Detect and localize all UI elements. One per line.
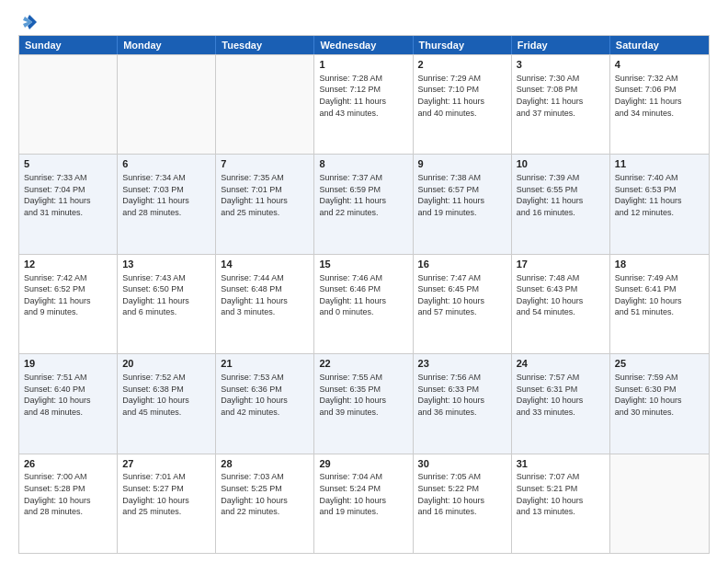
cell-text-line: and 36 minutes. [418, 407, 506, 419]
cell-text-line: Sunrise: 7:48 AM [517, 272, 605, 284]
cell-text-line: and 0 minutes. [319, 306, 407, 318]
cell-text-line: and 43 minutes. [319, 108, 407, 120]
cell-text-line: Daylight: 11 hours [319, 195, 407, 207]
cell-text-line: Sunrise: 7:49 AM [615, 272, 704, 284]
cell-text-line: Daylight: 11 hours [615, 96, 704, 108]
cell-text-line: and 45 minutes. [122, 407, 210, 419]
cell-text-line: and 19 minutes. [418, 207, 506, 219]
cell-text-line: Sunset: 5:22 PM [418, 483, 506, 495]
calendar-cell-1: 1Sunrise: 7:28 AMSunset: 7:12 PMDaylight… [314, 55, 413, 154]
cell-text-line: Daylight: 11 hours [517, 195, 605, 207]
day-number: 6 [122, 157, 210, 171]
day-number: 12 [24, 258, 112, 271]
day-number: 18 [615, 258, 704, 271]
calendar-cell-7: 7Sunrise: 7:35 AMSunset: 7:01 PMDaylight… [216, 155, 314, 253]
day-number: 4 [615, 58, 704, 72]
cell-text-line: Sunset: 6:59 PM [319, 184, 407, 196]
calendar-cell-empty [610, 454, 709, 553]
day-number: 13 [122, 258, 210, 271]
cell-text-line: Daylight: 11 hours [615, 195, 704, 207]
cell-text-line: Sunset: 6:52 PM [24, 283, 112, 295]
calendar-cell-empty [216, 55, 314, 154]
cell-text-line: Sunset: 6:57 PM [418, 184, 506, 196]
cell-text-line: and 19 minutes. [319, 506, 407, 518]
day-number: 5 [24, 157, 112, 171]
cell-text-line: Sunset: 6:33 PM [418, 384, 506, 396]
day-number: 20 [122, 357, 210, 371]
day-number: 17 [517, 258, 605, 271]
cell-text-line: and 16 minutes. [517, 207, 605, 219]
weekday-header-monday: Monday [118, 36, 216, 54]
day-number: 7 [221, 157, 309, 171]
cell-text-line: and 57 minutes. [418, 306, 506, 318]
cell-text-line: and 9 minutes. [24, 306, 112, 318]
day-number: 19 [24, 357, 112, 371]
calendar-cell-empty [118, 55, 216, 154]
cell-text-line: Sunrise: 7:51 AM [24, 372, 112, 384]
cell-text-line: Sunset: 7:01 PM [221, 184, 309, 196]
cell-text-line: Sunrise: 7:42 AM [24, 272, 112, 284]
calendar-cell-12: 12Sunrise: 7:42 AMSunset: 6:52 PMDayligh… [19, 255, 118, 353]
cell-text-line: and 16 minutes. [418, 506, 506, 518]
cell-text-line: Sunset: 6:46 PM [319, 283, 407, 295]
cell-text-line: Daylight: 10 hours [615, 395, 704, 407]
cell-text-line: and 3 minutes. [221, 306, 309, 318]
cell-text-line: Daylight: 11 hours [517, 96, 605, 108]
weekday-header-friday: Friday [512, 36, 610, 54]
calendar-cell-19: 19Sunrise: 7:51 AMSunset: 6:40 PMDayligh… [19, 354, 118, 453]
cell-text-line: Sunrise: 7:52 AM [122, 372, 210, 384]
calendar-row: 26Sunrise: 7:00 AMSunset: 5:28 PMDayligh… [19, 454, 709, 553]
cell-text-line: Sunset: 6:35 PM [319, 384, 407, 396]
calendar-cell-14: 14Sunrise: 7:44 AMSunset: 6:48 PMDayligh… [216, 255, 314, 353]
cell-text-line: Sunrise: 7:01 AM [122, 471, 210, 483]
calendar-cell-4: 4Sunrise: 7:32 AMSunset: 7:06 PMDaylight… [610, 55, 709, 154]
day-number: 26 [24, 457, 112, 471]
cell-text-line: Daylight: 11 hours [418, 96, 506, 108]
calendar-cell-17: 17Sunrise: 7:48 AMSunset: 6:43 PMDayligh… [512, 255, 610, 353]
day-number: 2 [418, 58, 506, 72]
calendar-cell-13: 13Sunrise: 7:43 AMSunset: 6:50 PMDayligh… [118, 255, 216, 353]
cell-text-line: and 54 minutes. [517, 306, 605, 318]
cell-text-line: Daylight: 11 hours [418, 195, 506, 207]
calendar-cell-9: 9Sunrise: 7:38 AMSunset: 6:57 PMDaylight… [414, 155, 512, 253]
cell-text-line: Sunrise: 7:59 AM [615, 372, 704, 384]
cell-text-line: Daylight: 10 hours [615, 295, 704, 307]
cell-text-line: Sunrise: 7:03 AM [221, 471, 309, 483]
cell-text-line: and 28 minutes. [24, 506, 112, 518]
cell-text-line: Sunrise: 7:38 AM [418, 172, 506, 184]
calendar-cell-26: 26Sunrise: 7:00 AMSunset: 5:28 PMDayligh… [19, 454, 118, 553]
day-number: 21 [221, 357, 309, 371]
cell-text-line: and 22 minutes. [319, 207, 407, 219]
cell-text-line: Daylight: 11 hours [24, 195, 112, 207]
cell-text-line: and 22 minutes. [221, 506, 309, 518]
calendar-cell-8: 8Sunrise: 7:37 AMSunset: 6:59 PMDaylight… [314, 155, 413, 253]
day-number: 10 [517, 157, 605, 171]
cell-text-line: Daylight: 10 hours [319, 495, 407, 507]
weekday-header-wednesday: Wednesday [314, 36, 413, 54]
cell-text-line: Daylight: 11 hours [122, 195, 210, 207]
calendar-cell-empty [19, 55, 118, 154]
cell-text-line: Sunrise: 7:07 AM [517, 471, 605, 483]
day-number: 29 [319, 457, 407, 471]
calendar-cell-15: 15Sunrise: 7:46 AMSunset: 6:46 PMDayligh… [314, 255, 413, 353]
cell-text-line: Sunrise: 7:29 AM [418, 73, 506, 85]
cell-text-line: Sunrise: 7:56 AM [418, 372, 506, 384]
cell-text-line: Daylight: 10 hours [319, 395, 407, 407]
cell-text-line: and 33 minutes. [517, 407, 605, 419]
weekday-header-tuesday: Tuesday [216, 36, 314, 54]
cell-text-line: and 37 minutes. [517, 108, 605, 120]
cell-text-line: and 31 minutes. [24, 207, 112, 219]
cell-text-line: Sunset: 5:21 PM [517, 483, 605, 495]
cell-text-line: Sunrise: 7:46 AM [319, 272, 407, 284]
cell-text-line: Sunrise: 7:40 AM [615, 172, 704, 184]
cell-text-line: Sunset: 7:08 PM [517, 84, 605, 96]
calendar-cell-25: 25Sunrise: 7:59 AMSunset: 6:30 PMDayligh… [610, 354, 709, 453]
cell-text-line: Sunrise: 7:30 AM [517, 73, 605, 85]
cell-text-line: Sunset: 7:12 PM [319, 84, 407, 96]
calendar-cell-23: 23Sunrise: 7:56 AMSunset: 6:33 PMDayligh… [414, 354, 512, 453]
day-number: 24 [517, 357, 605, 371]
calendar-cell-21: 21Sunrise: 7:53 AMSunset: 6:36 PMDayligh… [216, 354, 314, 453]
calendar-cell-24: 24Sunrise: 7:57 AMSunset: 6:31 PMDayligh… [512, 354, 610, 453]
cell-text-line: Sunset: 6:41 PM [615, 283, 704, 295]
cell-text-line: Daylight: 10 hours [418, 495, 506, 507]
